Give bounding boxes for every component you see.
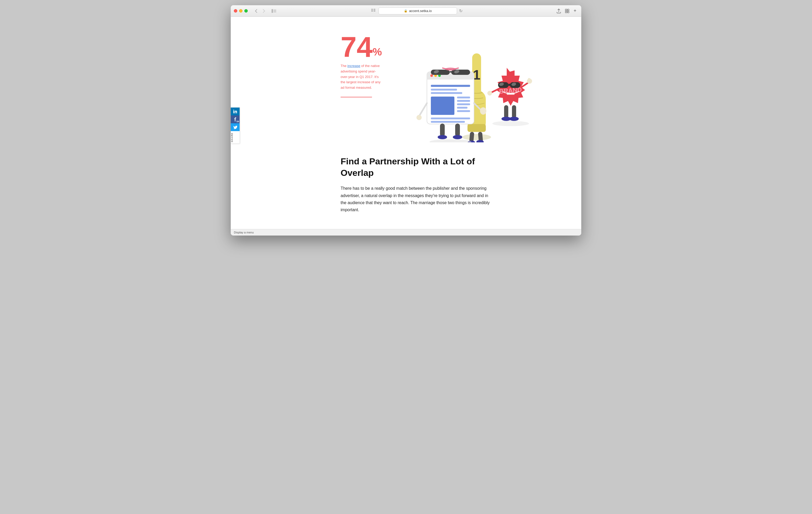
svg-rect-54 <box>440 123 445 137</box>
svg-rect-11 <box>568 9 569 11</box>
minimize-button[interactable] <box>239 9 242 12</box>
svg-rect-41 <box>431 117 470 119</box>
svg-point-29 <box>430 74 433 77</box>
stat-number: 74% <box>341 32 398 61</box>
lock-icon: 🔒 <box>404 9 408 12</box>
svg-rect-12 <box>565 11 567 13</box>
maximize-button[interactable] <box>244 9 248 12</box>
page-content: 54 SHARE 74% The inc <box>231 17 581 229</box>
address-bar-area: 🔒 accent.setka.io ↻ <box>295 7 537 15</box>
svg-rect-45 <box>450 71 452 73</box>
svg-rect-34 <box>431 92 462 94</box>
svg-rect-9 <box>374 11 375 11</box>
toolbar-right: + <box>555 7 578 15</box>
stat-divider <box>341 97 372 97</box>
stat-description: The increase of the native advertising s… <box>341 63 382 90</box>
status-text: Display a menu <box>234 231 254 234</box>
svg-rect-38 <box>457 104 470 105</box>
svg-point-71 <box>487 91 492 95</box>
svg-point-58 <box>430 139 471 142</box>
cartoon-illustration: 1 <box>414 32 534 142</box>
sidebar-toggle-button[interactable] <box>270 7 278 15</box>
svg-rect-7 <box>374 9 375 9</box>
svg-rect-10 <box>565 9 567 11</box>
facebook-count: 54 <box>236 120 239 123</box>
svg-rect-44 <box>451 69 470 75</box>
share-button[interactable] <box>555 7 562 15</box>
svg-rect-69 <box>528 78 530 82</box>
svg-rect-28 <box>427 77 474 80</box>
browser-window: 🔒 accent.setka.io ↻ + <box>231 5 581 235</box>
svg-rect-39 <box>457 107 467 109</box>
svg-rect-73 <box>512 105 516 118</box>
illustration-area: 1 <box>414 32 534 142</box>
svg-rect-2 <box>273 11 276 11</box>
svg-rect-0 <box>271 9 273 13</box>
svg-point-16 <box>462 134 491 140</box>
new-tab-button[interactable]: + <box>572 8 578 14</box>
svg-rect-63 <box>509 84 511 86</box>
social-sidebar: 54 SHARE <box>231 106 240 145</box>
svg-rect-3 <box>273 12 276 12</box>
nav-buttons <box>253 7 268 15</box>
article-body: There has to be a really good match betw… <box>341 185 490 213</box>
svg-rect-55 <box>455 123 460 137</box>
svg-rect-21 <box>467 124 486 132</box>
back-button[interactable] <box>253 7 260 15</box>
svg-rect-42 <box>431 121 465 123</box>
article-heading: Find a Partnership With a Lot of Overlap <box>341 155 487 178</box>
svg-rect-6 <box>371 11 373 11</box>
share-label: SHARE <box>231 133 233 142</box>
stat-value: 74 <box>341 32 373 61</box>
svg-rect-43 <box>431 69 450 75</box>
status-bar: Display a menu <box>231 229 581 235</box>
svg-rect-8 <box>374 10 375 10</box>
svg-rect-5 <box>371 10 373 10</box>
url-text: accent.setka.io <box>409 9 432 13</box>
twitter-share-button[interactable] <box>231 123 240 131</box>
bottom-section: Find a Partnership With a Lot of Overlap… <box>341 155 503 213</box>
url-bar[interactable]: 🔒 accent.setka.io <box>379 7 457 15</box>
stat-section: 74% The increase of the native advertisi… <box>341 32 503 142</box>
forward-button[interactable] <box>260 7 268 15</box>
svg-rect-32 <box>431 85 470 87</box>
svg-point-48 <box>445 67 456 71</box>
stat-left: 74% The increase of the native advertisi… <box>341 32 398 97</box>
svg-point-15 <box>233 110 234 110</box>
increase-link[interactable]: increase <box>347 64 360 68</box>
refresh-button[interactable]: ↻ <box>459 8 463 13</box>
svg-rect-14 <box>233 111 234 113</box>
facebook-share-button[interactable]: 54 <box>231 115 240 123</box>
svg-point-75 <box>509 117 519 121</box>
svg-rect-37 <box>457 100 470 102</box>
svg-point-76 <box>492 121 529 126</box>
svg-rect-1 <box>273 10 276 10</box>
svg-rect-40 <box>457 110 470 112</box>
svg-point-51 <box>416 115 422 120</box>
svg-rect-4 <box>371 9 373 9</box>
reader-mode-button[interactable] <box>370 8 376 13</box>
tab-overview-button[interactable] <box>563 7 571 15</box>
svg-rect-72 <box>504 105 508 118</box>
svg-rect-36 <box>457 96 470 98</box>
social-buttons-wrapper: 54 SHARE <box>231 107 240 144</box>
svg-rect-35 <box>431 96 455 115</box>
svg-rect-66 <box>507 93 515 95</box>
close-button[interactable] <box>234 9 237 12</box>
article-content: 74% The increase of the native advertisi… <box>288 17 524 229</box>
svg-rect-53 <box>481 108 484 112</box>
traffic-lights <box>234 9 248 12</box>
svg-rect-13 <box>568 11 569 13</box>
svg-point-56 <box>438 135 447 139</box>
svg-rect-33 <box>431 89 457 90</box>
titlebar: 🔒 accent.setka.io ↻ + <box>231 5 581 17</box>
svg-line-49 <box>419 103 427 116</box>
svg-point-57 <box>453 135 462 139</box>
linkedin-share-button[interactable] <box>231 108 240 115</box>
stat-percent: % <box>373 47 382 57</box>
